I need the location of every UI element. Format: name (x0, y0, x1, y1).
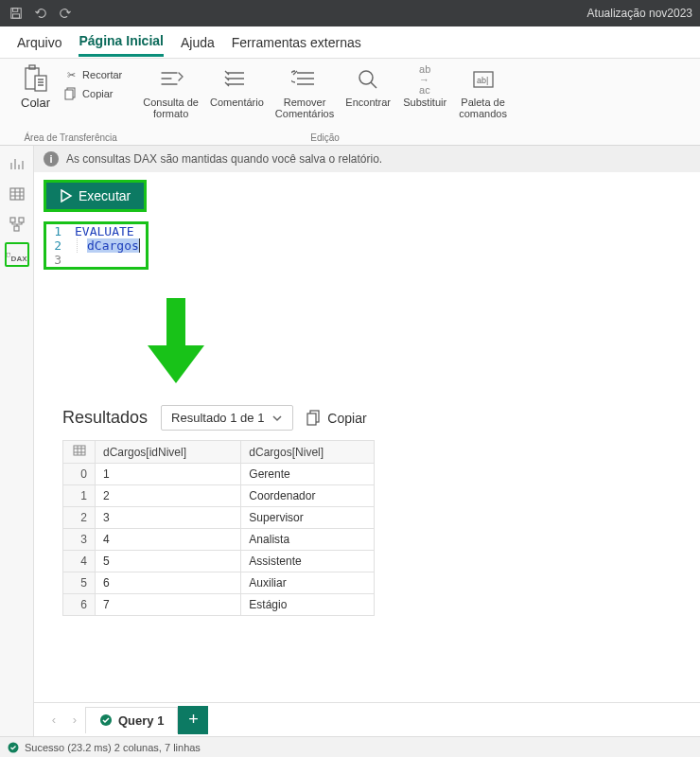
tab-prev-button[interactable]: ‹ (44, 709, 64, 731)
copy-results-button[interactable]: Copiar (306, 410, 366, 427)
cell: Assistente (241, 551, 375, 572)
cell: 3 (96, 507, 241, 529)
scissors-icon: ✂ (63, 67, 79, 82)
svg-rect-18 (307, 414, 316, 425)
line-number: 2 (46, 238, 67, 253)
paste-label: Colar (21, 96, 50, 110)
table-row[interactable]: 56Auxiliar (63, 572, 375, 594)
uncomment-icon (289, 64, 320, 95)
tab-next-button[interactable]: › (64, 709, 85, 731)
table-corner (63, 441, 96, 464)
row-number: 5 (63, 572, 96, 594)
results-table: dCargos[idNivel] dCargos[Nivel] 01Gerent… (62, 440, 375, 616)
cell: 7 (96, 594, 241, 616)
svg-rect-14 (14, 226, 19, 231)
svg-point-21 (9, 742, 19, 752)
info-bar: i As consultas DAX são mantidas quando v… (34, 146, 700, 172)
comment-button[interactable]: Comentário (206, 62, 268, 131)
cell: Estágio (241, 594, 375, 616)
redo-icon[interactable] (57, 5, 74, 22)
menubar: Arquivo Página Inicial Ajuda Ferramentas… (0, 26, 700, 59)
undo-icon[interactable] (32, 5, 49, 22)
results-title: Resultados (62, 408, 148, 428)
table-row[interactable]: 01Gerente (63, 464, 375, 485)
info-text: As consultas DAX são mantidas quando voc… (66, 152, 382, 166)
row-number: 4 (63, 551, 96, 572)
svg-rect-11 (10, 188, 24, 200)
row-number: 0 (63, 464, 96, 485)
menu-ajuda[interactable]: Ajuda (181, 29, 215, 56)
row-number: 3 (63, 529, 96, 551)
model-view-icon[interactable] (5, 212, 29, 237)
main-area: i As consultas DAX são mantidas quando v… (34, 146, 700, 736)
line-number: 1 (46, 224, 67, 238)
svg-rect-16 (166, 298, 185, 345)
ribbon-group-edit: Consulta de formato Comentário Remover C… (131, 62, 518, 145)
app-title: Atualização nov2023 (587, 7, 692, 20)
svg-text:ab|: ab| (477, 76, 488, 85)
success-icon (99, 713, 113, 727)
row-number: 2 (63, 507, 96, 529)
table-row[interactable]: 34Analista (63, 529, 375, 551)
chevron-down-icon (271, 413, 283, 424)
ribbon-group-label-clipboard: Área de Transferência (24, 132, 116, 143)
menu-arquivo[interactable]: Arquivo (17, 29, 61, 56)
status-text: Sucesso (23.2 ms) 2 colunas, 7 linhas (25, 742, 201, 753)
table-row[interactable]: 67Estágio (63, 594, 375, 616)
format-icon (156, 64, 186, 95)
table-row[interactable]: 45Assistente (63, 551, 375, 572)
ribbon: Colar ✂Recortar Copiar Área de Transferê… (0, 59, 700, 146)
cut-button[interactable]: ✂Recortar (61, 66, 124, 83)
svg-rect-2 (13, 14, 20, 18)
svg-rect-4 (29, 65, 35, 69)
cell: 2 (96, 485, 241, 507)
search-icon (353, 64, 383, 95)
copy-icon (63, 86, 79, 101)
copy-icon (306, 410, 322, 427)
svg-point-8 (359, 71, 373, 84)
table-row[interactable]: 23Supervisor (63, 507, 375, 529)
run-button[interactable]: Executar (44, 180, 147, 212)
row-number: 6 (63, 594, 96, 616)
save-icon[interactable] (8, 5, 25, 22)
column-header[interactable]: dCargos[idNivel] (96, 441, 241, 464)
svg-rect-15 (7, 253, 9, 256)
cell: Supervisor (241, 507, 375, 529)
svg-rect-12 (10, 218, 15, 222)
cell: 6 (96, 572, 241, 594)
add-query-button[interactable]: + (178, 706, 208, 734)
line-number: 3 (46, 253, 67, 267)
table-row[interactable]: 12Coordenador (63, 485, 375, 507)
command-palette-button[interactable]: ab|Paleta de comandos (455, 62, 511, 131)
svg-rect-7 (65, 90, 73, 99)
view-sidebar: DAX (0, 146, 34, 736)
status-bar: Sucesso (23.2 ms) 2 colunas, 7 linhas (0, 736, 700, 757)
find-button[interactable]: Encontrar (341, 62, 394, 131)
copy-button[interactable]: Copiar (61, 85, 124, 102)
comment-icon (221, 64, 252, 95)
titlebar: Atualização nov2023 (0, 0, 700, 26)
dax-editor[interactable]: 1EVALUATE 2dCargos 3 (44, 221, 149, 270)
report-view-icon[interactable] (5, 151, 29, 176)
remove-comments-button[interactable]: Remover Comentários (271, 62, 338, 131)
svg-rect-1 (13, 9, 18, 12)
menu-ferramentas-externas[interactable]: Ferramentas externas (232, 29, 361, 56)
cell: Auxiliar (241, 572, 375, 594)
clipboard-icon (24, 64, 48, 96)
annotation-arrow (148, 298, 700, 386)
format-query-button[interactable]: Consulta de formato (139, 62, 202, 131)
results-selector[interactable]: Resultado 1 de 1 (161, 405, 293, 431)
svg-rect-5 (35, 76, 46, 91)
query-tabs: ‹ › Query 1 + (34, 702, 700, 736)
cell: 4 (96, 529, 241, 551)
paste-button[interactable]: Colar (17, 62, 54, 131)
column-header[interactable]: dCargos[Nivel] (241, 441, 375, 464)
info-icon: i (44, 151, 59, 167)
ribbon-group-clipboard: Colar ✂Recortar Copiar Área de Transferê… (9, 62, 131, 145)
query-tab-1[interactable]: Query 1 (85, 707, 178, 733)
dax-view-icon[interactable]: DAX (5, 242, 29, 267)
cell: 5 (96, 551, 241, 572)
replace-button[interactable]: ab→acSubstituir (398, 62, 451, 131)
table-view-icon[interactable] (5, 182, 29, 206)
menu-pagina-inicial[interactable]: Página Inicial (79, 27, 163, 57)
